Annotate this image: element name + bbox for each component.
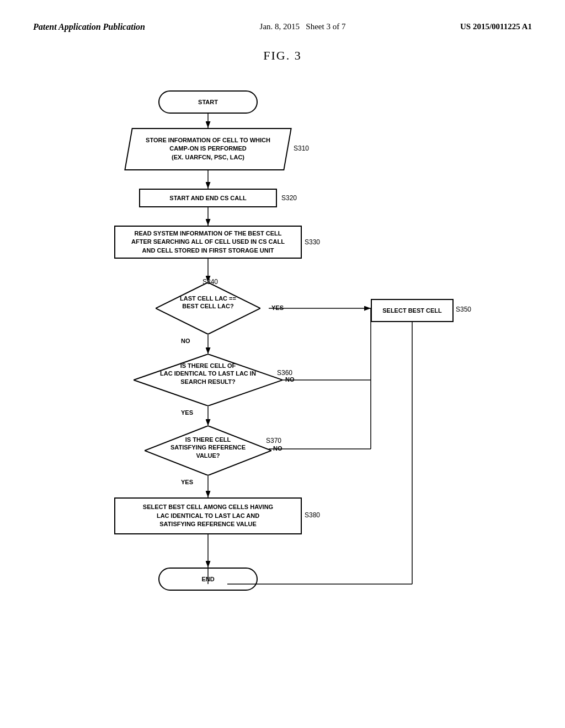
- s330-text: READ SYSTEM INFORMATION OF THE BEST CELL…: [131, 229, 285, 255]
- s380-node: SELECT BEST CELL AMONG CELLS HAVINGLAC I…: [114, 497, 302, 534]
- s310-node: STORE INFORMATION OF CELL TO WHICHCAMP-O…: [124, 128, 292, 170]
- s340-yes-label: YES: [271, 304, 284, 311]
- s360-diamond: IS THERE CELL OFLAC IDENTICAL TO LAST LA…: [134, 354, 282, 406]
- s320-text: START AND END CS CALL: [169, 195, 246, 201]
- header-date: Jan. 8, 2015: [260, 22, 300, 31]
- s350-label: S350: [456, 306, 471, 313]
- s340-label: S340: [202, 278, 218, 286]
- s370-label: S370: [266, 437, 281, 445]
- figure-title: FIG. 3: [0, 49, 565, 63]
- s350-text: SELECT BEST CELL: [382, 307, 442, 314]
- s380-text: SELECT BEST CELL AMONG CELLS HAVINGLAC I…: [143, 503, 273, 528]
- page-header: Patent Application Publication Jan. 8, 2…: [0, 0, 565, 32]
- s320-node: START AND END CS CALL: [139, 189, 277, 207]
- end-label: END: [201, 576, 214, 582]
- s340-question: LAST CELL LAC ==BEST CELL LAC?: [172, 295, 244, 311]
- start-node: START: [158, 90, 258, 114]
- s360-question: IS THERE CELL OFLAC IDENTICAL TO LAST LA…: [158, 362, 258, 386]
- header-left: Patent Application Publication: [33, 22, 145, 32]
- s340-diamond: LAST CELL LAC ==BEST CELL LAC?: [156, 282, 260, 334]
- s340-no-label: NO: [181, 338, 190, 344]
- s330-node: READ SYSTEM INFORMATION OF THE BEST CELL…: [114, 226, 302, 259]
- flowchart: START STORE INFORMATION OF CELL TO WHICH…: [73, 79, 492, 675]
- header-center: Jan. 8, 2015 Sheet 3 of 7: [260, 22, 346, 31]
- s360-yes-label: YES: [181, 409, 193, 416]
- header-right: US 2015/0011225 A1: [460, 22, 532, 31]
- s310-label: S310: [294, 144, 309, 152]
- s370-diamond: IS THERE CELLSATISFYING REFERENCE VALUE?: [145, 426, 271, 475]
- s350-node: SELECT BEST CELL: [371, 299, 454, 322]
- start-label: START: [198, 99, 218, 105]
- s370-no-label: NO: [273, 445, 282, 452]
- s380-label: S380: [305, 511, 320, 519]
- s360-label: S360: [277, 369, 292, 377]
- s320-label: S320: [281, 194, 297, 202]
- s310-text: STORE INFORMATION OF CELL TO WHICHCAMP-O…: [146, 136, 270, 162]
- end-node: END: [158, 568, 258, 591]
- s370-yes-label: YES: [181, 479, 193, 485]
- s360-no-label: NO: [285, 376, 295, 383]
- s370-question: IS THERE CELLSATISFYING REFERENCE VALUE?: [167, 436, 249, 459]
- s330-label: S330: [305, 238, 320, 246]
- header-sheet: Sheet 3 of 7: [306, 22, 345, 31]
